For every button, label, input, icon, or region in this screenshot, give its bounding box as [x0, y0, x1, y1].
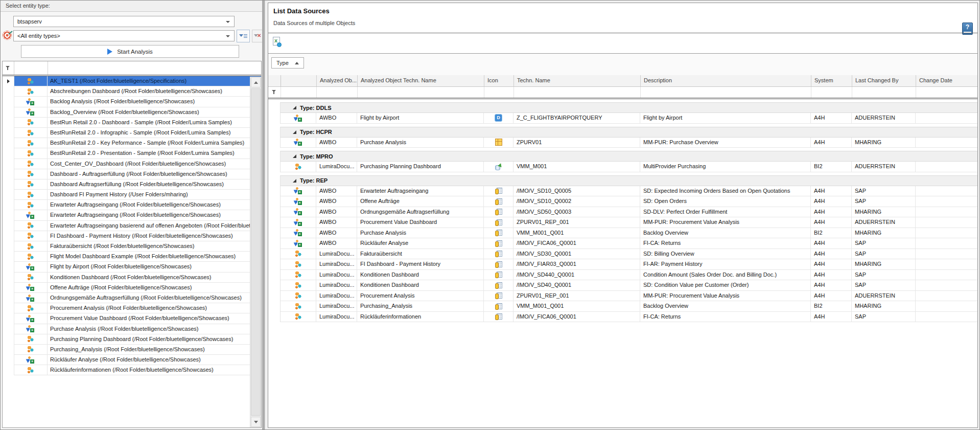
filter-cell[interactable]: [916, 87, 977, 98]
table-row[interactable]: AWBO Purchase Analysis VMM_M001_Q001 Bac…: [268, 228, 977, 239]
entity-list-item[interactable]: Dashboard - Auftragserfüllung (/Root Fol…: [3, 169, 261, 179]
filter-cell[interactable]: [484, 87, 514, 98]
table-row[interactable]: LumiraDocu... Konditionen Dashboard /IMO…: [268, 270, 977, 281]
entity-list-item[interactable]: Offene Aufträge (/Root Folder/bluetellig…: [3, 283, 261, 293]
cell-description: FI-CA: Returns: [640, 312, 811, 323]
table-row[interactable]: AWBO Offene Aufträge /IMO/V_SD10_Q0002 S…: [268, 196, 977, 207]
export-excel-icon[interactable]: [272, 37, 282, 47]
entity-list-item[interactable]: Rückläufer Analyse (/Root Folder/bluetel…: [3, 355, 261, 365]
panel-splitter[interactable]: [262, 1, 265, 429]
group-header-row[interactable]: Type: DDLS: [268, 102, 977, 113]
filter-cell[interactable]: [852, 87, 916, 98]
column-header[interactable]: Techn. Name: [514, 75, 641, 86]
column-header[interactable]: Change Date: [916, 75, 977, 86]
entity-list-filter-row[interactable]: [3, 61, 261, 75]
entity-list-item[interactable]: Procurement Value Dashboard (/Root Folde…: [3, 313, 261, 324]
entity-list-item[interactable]: Cost_Center_OV_Dashboard (/Root Folder/b…: [3, 159, 261, 169]
entity-list-item[interactable]: Rückläuferinformationen (/Root Folder/bl…: [3, 365, 261, 375]
entity-list-item[interactable]: BestRun Retail 2.0 - Dashboard - Sample …: [3, 118, 261, 128]
group-expand-icon[interactable]: [293, 106, 296, 109]
filter-row-indicator: [3, 61, 14, 75]
row-indicator: [268, 186, 281, 197]
entity-list-item[interactable]: Dashboard Auftragserfüllung (/Root Folde…: [3, 179, 261, 190]
scroll-up-button[interactable]: [251, 77, 261, 87]
entity-type-icon: [27, 263, 34, 270]
entity-label: Dashboard Auftragserfüllung (/Root Folde…: [48, 179, 261, 189]
table-row[interactable]: LumiraDocu... Purchasing_Analysis VMM_M0…: [268, 301, 977, 312]
entity-list-item[interactable]: Procurement Analysis (/Root Folder/bluet…: [3, 303, 261, 313]
entity-list-scrollbar[interactable]: [250, 77, 261, 427]
table-row[interactable]: LumiraDocu... Konditionen Dashboard /IMO…: [268, 280, 977, 291]
table-row[interactable]: AWBO Erwarteter Auftragseingang /IMO/V_S…: [268, 186, 977, 197]
cell-analyzed-object: AWBO: [316, 196, 357, 207]
table-row[interactable]: AWBO Flight by Airport Z_C_FLIGHTBYAIRPO…: [268, 113, 977, 124]
table-row[interactable]: LumiraDocu... FI Dashboard - Payment His…: [268, 259, 977, 270]
column-header[interactable]: Analyzed Object Techn. Name: [358, 75, 484, 86]
filter-settings-button[interactable]: [237, 30, 250, 42]
table-row[interactable]: LumiraDocu... Procurement Analysis ZPURV…: [268, 291, 977, 302]
table-row[interactable]: LumiraDocu... Fakturaübersicht /IMO/V_SD…: [268, 249, 977, 260]
cell-change-date: [916, 270, 977, 281]
start-analysis-button[interactable]: Start Analysis: [21, 45, 239, 58]
column-header[interactable]: System: [811, 75, 852, 86]
column-header[interactable]: Analyzed Ob...: [317, 75, 358, 86]
table-row[interactable]: AWBO Ordnungsgemäße Auftragserfüllung /I…: [268, 207, 977, 218]
group-header-row[interactable]: Type: MPRO: [268, 151, 977, 162]
group-header-row[interactable]: Type: HCPR: [268, 127, 977, 138]
filter-cell[interactable]: [317, 87, 358, 98]
entity-list-item[interactable]: BestRunRetail 2.0 - Infographic - Sample…: [3, 128, 261, 138]
table-row[interactable]: AWBO Procurement Value Dashboard ZPURV01…: [268, 217, 977, 228]
table-row[interactable]: AWBO Purchase Analysis ZPURV01 MM-PUR: P…: [268, 138, 977, 148]
scroll-down-button[interactable]: [251, 417, 261, 427]
entity-list-item[interactable]: Dashboard FI Payment History (/User Fold…: [3, 190, 261, 200]
entity-list-item[interactable]: BestRunRetail 2.0 - Key Peformance - Sam…: [3, 138, 261, 148]
entity-list-item[interactable]: BestRunRetail 2.0 - Presentation - Sampl…: [3, 148, 261, 159]
filter-cell[interactable]: [514, 87, 641, 98]
group-by-type-chip[interactable]: Type: [271, 57, 304, 69]
group-expand-icon[interactable]: [293, 154, 296, 158]
entity-list-item[interactable]: Flight Model Dashboard Example (/Root Fo…: [3, 252, 261, 262]
filter-cell[interactable]: [811, 87, 852, 98]
entity-list-item[interactable]: Abschreibungen Dashboard (/Root Folder/b…: [3, 86, 261, 97]
entity-list-item[interactable]: AK_TEST1 (/Root Folder/bluetelligence/Sp…: [3, 76, 261, 86]
clear-filter-button[interactable]: [252, 30, 263, 42]
table-filter-row[interactable]: [268, 87, 977, 98]
entity-list-item[interactable]: Flight by Airport (/Root Folder/bluetell…: [3, 262, 261, 272]
entity-list-item[interactable]: Purchasing Planning Dashboard (/Root Fol…: [3, 334, 261, 345]
table-row[interactable]: LumiraDocu... Rückläuferinformationen /I…: [268, 312, 977, 323]
entity-label: BestRunRetail 2.0 - Infographic - Sample…: [48, 128, 261, 138]
filter-cell[interactable]: [641, 87, 811, 98]
cell-analyzed-object-name: Procurement Value Dashboard: [357, 217, 484, 228]
table-row[interactable]: AWBO Rückläufer Analyse /IMO/V_FICA06_Q0…: [268, 238, 977, 249]
entity-list-item[interactable]: Erwarteter Auftragseingang (/Root Folder…: [3, 200, 261, 210]
column-header[interactable]: Icon: [484, 75, 514, 86]
group-by-panel[interactable]: Type: [268, 54, 977, 75]
entity-list-item[interactable]: Purchasing_Analysis (/Root Folder/bluete…: [3, 345, 261, 355]
group-header-row[interactable]: Type: REP: [268, 175, 977, 186]
entity-list-item[interactable]: Ordnungsgemäße Auftragserfüllung (/Root …: [3, 293, 261, 303]
table-row[interactable]: LumiraDocu... Purchasing Planning Dashbo…: [268, 162, 977, 172]
column-header[interactable]: [281, 75, 317, 86]
cell-change-date: [916, 249, 977, 260]
group-expand-icon[interactable]: [293, 179, 296, 183]
group-expand-icon[interactable]: [293, 130, 296, 134]
system-dropdown[interactable]: btsapserv: [13, 16, 235, 27]
scrollbar-thumb[interactable]: [251, 88, 261, 416]
filter-cell[interactable]: [358, 87, 484, 98]
filter-cell-icon[interactable]: [14, 61, 48, 75]
column-header[interactable]: Description: [641, 75, 811, 86]
entity-list-item[interactable]: FI Dashboard - Payment History (/Root Fo…: [3, 231, 261, 241]
entity-list-item[interactable]: Fakturaübersicht (/Root Folder/bluetelli…: [3, 241, 261, 252]
column-header[interactable]: Last Changed By: [852, 75, 916, 86]
entity-type-dropdown[interactable]: <All entity types>: [13, 30, 235, 41]
entity-label: Ordnungsgemäße Auftragserfüllung (/Root …: [48, 293, 261, 303]
filter-cell-name[interactable]: [48, 61, 261, 75]
entity-list-item[interactable]: Backlog Analysis (/Root Folder/bluetelli…: [3, 97, 261, 107]
entity-type-icon: [27, 232, 34, 239]
entity-list-item[interactable]: Purchase Analysis (/Root Folder/bluetell…: [3, 324, 261, 334]
entity-list-item[interactable]: Erwarteter Auftragseingang (/Root Folder…: [3, 210, 261, 220]
entity-list-item[interactable]: Backlog_Overview (/Root Folder/bluetelli…: [3, 107, 261, 118]
filter-cell[interactable]: [281, 87, 317, 98]
entity-list-item[interactable]: Erwarteter Auftragseingang basierend auf…: [3, 221, 261, 231]
entity-list-item[interactable]: Konditionen Dashboard (/Root Folder/blue…: [3, 273, 261, 283]
